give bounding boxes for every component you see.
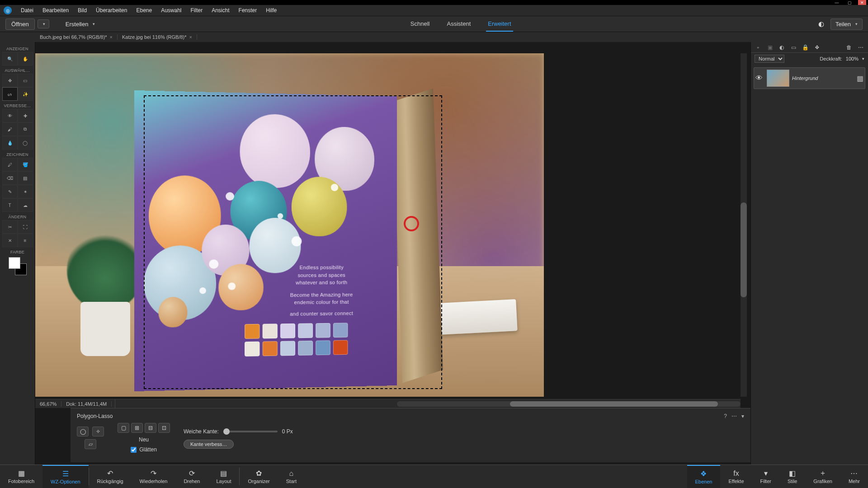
window-maximize[interactable]: ▢ xyxy=(845,0,854,5)
vertical-scroll-thumb[interactable] xyxy=(741,202,747,297)
open-button[interactable]: Öffnen xyxy=(5,19,35,30)
antialias-checkbox[interactable]: Glätten xyxy=(131,446,157,453)
mode-quick[interactable]: Schnell xyxy=(409,17,432,32)
menu-filter[interactable]: Filter xyxy=(186,7,208,14)
panel-menu-icon[interactable]: ⋯ xyxy=(731,413,737,419)
menu-bearbeiten[interactable]: Bearbeiten xyxy=(38,7,73,14)
task-ebenen[interactable]: ❖Ebenen xyxy=(687,465,721,488)
move-tool[interactable]: ✥ xyxy=(2,74,18,87)
task-mehr[interactable]: ⋯Mehr xyxy=(840,465,868,488)
marquee-tool[interactable]: ▭ xyxy=(18,74,33,87)
menu-ueberarbeiten[interactable]: Überarbeiten xyxy=(91,7,132,14)
task-effekte[interactable]: fxEffekte xyxy=(720,465,752,488)
paint-bucket-tool[interactable]: 🪣 xyxy=(18,158,33,171)
zoom-tool[interactable]: 🔍 xyxy=(2,52,18,66)
new-layer-icon[interactable]: ▫ xyxy=(755,44,762,51)
lasso-variant-polygon[interactable]: ▱ xyxy=(85,439,96,449)
window-close[interactable]: ✕ xyxy=(858,0,866,5)
brush-tool[interactable]: 🖊 xyxy=(2,158,18,171)
task-organizer[interactable]: ✿Organizer xyxy=(240,465,278,488)
layer-name[interactable]: Hintergrund xyxy=(792,75,855,81)
share-button[interactable]: Teilen xyxy=(830,19,863,30)
custom-shape-tool[interactable]: ☁ xyxy=(18,198,33,212)
menu-auswahl[interactable]: Auswahl xyxy=(156,7,186,14)
layer-mask-icon[interactable]: ▭ xyxy=(790,44,797,51)
lasso-variant-freehand[interactable]: ◯ xyxy=(77,427,89,436)
horizontal-scrollbar[interactable] xyxy=(397,401,741,407)
horizontal-scroll-thumb[interactable] xyxy=(510,401,718,407)
task-undo[interactable]: ↶Rückgängig xyxy=(89,465,132,488)
foreground-color-swatch[interactable] xyxy=(9,257,20,269)
delete-layer-icon[interactable]: 🗑 xyxy=(845,44,853,51)
lasso-variant-magnetic[interactable]: ✧ xyxy=(92,427,104,436)
task-filter[interactable]: ▾Filter xyxy=(752,465,779,488)
redeye-tool[interactable]: 👁 xyxy=(2,109,18,122)
collapse-panel-icon[interactable]: ▾ xyxy=(741,413,744,419)
mode-guided[interactable]: Assistent xyxy=(445,17,473,32)
document-tab-0[interactable]: Buch.jpeg bei 66,7% (RGB/8)* × xyxy=(35,34,118,40)
layer-visibility-icon[interactable]: 👁 xyxy=(754,74,764,82)
layer-row-0[interactable]: 👁 Hintergrund ▩ xyxy=(754,67,865,89)
link-layers-icon[interactable]: ❖ xyxy=(813,44,821,51)
menu-ansicht[interactable]: Ansicht xyxy=(207,7,234,14)
zoom-level[interactable]: 66,67% xyxy=(35,401,61,407)
theme-toggle-icon[interactable]: ◐ xyxy=(818,20,824,28)
vertical-scrollbar[interactable] xyxy=(741,53,747,397)
mode-expert[interactable]: Erweitert xyxy=(486,17,513,32)
task-layout[interactable]: ▤Layout xyxy=(208,465,239,488)
color-swatches[interactable] xyxy=(9,257,27,275)
task-redo[interactable]: ↷Wiederholen xyxy=(132,465,176,488)
canvas-area[interactable]: Endless possibility sources and spaces w… xyxy=(35,42,750,488)
pencil-tool[interactable]: ✎ xyxy=(2,185,18,198)
eraser-tool[interactable]: ⌫ xyxy=(2,171,18,185)
selection-new[interactable]: ▢ xyxy=(118,423,129,433)
window-minimize[interactable]: — xyxy=(833,0,841,5)
lasso-tool[interactable]: ᔕ xyxy=(2,87,18,101)
task-stile[interactable]: ◧Stile xyxy=(779,465,805,488)
task-rotate[interactable]: ⟳Drehen xyxy=(175,465,208,488)
task-fotobereich[interactable]: ▦Fotobereich xyxy=(0,465,42,488)
shape-tool[interactable]: ✶ xyxy=(18,185,33,198)
task-wzoptionen[interactable]: ☰WZ-Optionen xyxy=(42,465,88,488)
hand-tool[interactable]: ✋ xyxy=(18,52,33,66)
sponge-tool[interactable]: ◯ xyxy=(18,136,33,150)
menu-datei[interactable]: Datei xyxy=(16,7,38,14)
adjustment-layer-icon[interactable]: ◐ xyxy=(778,44,785,51)
smart-brush-tool[interactable]: 🖌 xyxy=(2,122,18,136)
content-aware-tool[interactable]: ✕ xyxy=(2,234,18,247)
feather-slider[interactable] xyxy=(223,431,278,432)
layer-thumbnail[interactable] xyxy=(767,70,789,87)
blend-mode-select[interactable]: Normal xyxy=(755,55,784,63)
document-canvas[interactable]: Endless possibility sources and spaces w… xyxy=(35,53,544,397)
layer-lock-icon[interactable]: ▩ xyxy=(855,74,865,83)
help-icon[interactable]: ? xyxy=(724,413,727,419)
text-tool[interactable]: T xyxy=(2,198,18,212)
recompose-tool[interactable]: ⛶ xyxy=(18,220,33,234)
blur-tool[interactable]: 💧 xyxy=(2,136,18,150)
document-tab-1[interactable]: Katze.jpg bei 116% (RGB/8)* × xyxy=(118,34,197,40)
clone-stamp-tool[interactable]: ⧉ xyxy=(18,122,33,136)
menu-bild[interactable]: Bild xyxy=(73,7,91,14)
task-grafiken[interactable]: ＋Grafiken xyxy=(805,465,840,488)
healing-tool[interactable]: ✚ xyxy=(18,109,33,122)
menu-ebene[interactable]: Ebene xyxy=(132,7,156,14)
create-dropdown[interactable]: Erstellen xyxy=(60,19,101,29)
refine-edge-button[interactable]: Kante verbess… xyxy=(184,440,234,449)
close-tab-1-icon[interactable]: × xyxy=(189,34,192,40)
menu-fenster[interactable]: Fenster xyxy=(234,7,262,14)
panel-options-icon[interactable]: ⋯ xyxy=(857,44,864,51)
straighten-tool[interactable]: ≡ xyxy=(18,234,33,247)
crop-tool[interactable]: ✂ xyxy=(2,220,18,234)
selection-add[interactable]: ⊞ xyxy=(131,423,143,433)
lock-layer-icon[interactable]: 🔒 xyxy=(802,44,809,51)
selection-subtract[interactable]: ⊟ xyxy=(145,423,156,433)
task-home[interactable]: ⌂Start xyxy=(278,465,305,488)
gradient-tool[interactable]: ▤ xyxy=(18,171,33,185)
selection-intersect[interactable]: ⊡ xyxy=(158,423,170,433)
magic-wand-tool[interactable]: ✨ xyxy=(18,87,33,101)
close-tab-0-icon[interactable]: × xyxy=(110,34,113,40)
menu-hilfe[interactable]: Hilfe xyxy=(261,7,281,14)
chevron-down-icon[interactable]: ▾ xyxy=(862,56,864,61)
opacity-value[interactable]: 100% xyxy=(846,56,859,61)
open-dropdown[interactable] xyxy=(38,19,49,28)
